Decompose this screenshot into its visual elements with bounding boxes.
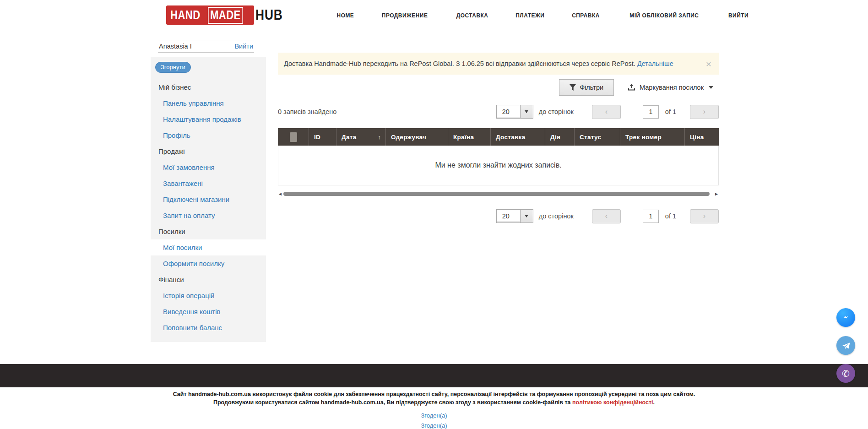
logo-red-box: HANDMADE [166,5,254,25]
notification-banner: Доставка Handmade-Hub переходить на RePo… [278,53,719,75]
agree-link-2[interactable]: Згоден(а) [0,422,868,429]
top-header: HANDMADE HUB HOME ПРОДВИЖЕНИЕ ДОСТАВКА П… [0,0,868,30]
sidebar-item-payment-request[interactable]: Запит на оплату [151,207,266,223]
page-size-select-bottom[interactable]: 20 [496,209,533,223]
main-nav: HOME ПРОДВИЖЕНИЕ ДОСТАВКА ПЛАТЕЖИ СПРАВК… [336,0,750,30]
col-date[interactable]: Дата↑ [336,128,385,146]
scroll-right-arrow-icon[interactable]: ► [714,191,719,196]
chevron-down-icon [525,215,528,217]
nav-delivery[interactable]: ДОСТАВКА [456,12,488,19]
prev-page-button[interactable]: ‹ [592,209,621,223]
nav-logout[interactable]: ВИЙТИ [728,12,749,19]
prev-page-button[interactable]: ‹ [592,105,621,119]
agree-link-1[interactable]: Згоден(а) [0,412,868,419]
page-size-caret-button[interactable] [521,105,533,118]
collapse-button[interactable]: Згорнути [155,62,191,73]
telegram-icon[interactable] [836,336,855,355]
sidebar-logout-link[interactable]: Вийти [234,43,253,50]
nav-my-account[interactable]: МІЙ ОБЛІКОВИЙ ЗАПИС [629,12,699,19]
page-number-input[interactable] [643,105,659,119]
logo-made: MADE [210,8,241,22]
marking-dropdown[interactable]: Маркування посилок [628,84,713,92]
table-header: ID Дата↑ Одержувач Країна Доставка Дія С… [278,128,719,146]
col-delivery[interactable]: Доставка [490,128,545,146]
sort-asc-icon[interactable]: ↑ [378,134,381,141]
footer-bar [0,364,868,387]
sidebar-item-uploaded[interactable]: Завантажені [151,175,266,191]
sidebar: Згорнути Мій бізнес Панель управління На… [151,57,266,342]
sidebar-item-sales-settings[interactable]: Налаштування продажів [151,111,266,127]
list-controls-top: 0 записів знайдено 20 до сторінок ‹ of 1… [278,103,719,120]
pagination-bottom: 20 до сторінок ‹ of 1 › [496,209,719,223]
sidebar-item-top-up-balance[interactable]: Поповнити баланс [151,320,266,336]
close-icon[interactable]: × [706,59,711,69]
privacy-policy-link[interactable]: політикою конфіденційності [572,399,653,406]
records-count: 0 записів знайдено [278,108,336,115]
banner-text: Доставка Handmade-Hub переходить на RePo… [284,60,635,67]
next-page-button[interactable]: › [690,209,719,223]
sidebar-item-my-parcels[interactable]: Мої посилки [151,239,266,255]
banner-details-link[interactable]: Детальніше [637,60,673,67]
page-size-select[interactable]: 20 [496,105,533,119]
filters-label: Фільтри [580,84,603,91]
sidebar-menu: Мій бізнес Панель управління Налаштуванн… [151,79,266,336]
page-size-value: 20 [497,210,521,223]
nav-payments[interactable]: ПЛАТЕЖИ [516,12,545,19]
sidebar-item-profile[interactable]: Профіль [151,127,266,143]
sidebar-item-connected-stores[interactable]: Підключені магазини [151,191,266,207]
col-track-number[interactable]: Трек номер [620,128,684,146]
list-controls-bottom: 20 до сторінок ‹ of 1 › [278,207,719,225]
nav-help[interactable]: СПРАВКА [572,12,600,19]
pagination-top: 20 до сторінок ‹ of 1 › [496,105,719,119]
main-content: Доставка Handmade-Hub переходить на RePo… [278,53,719,225]
filter-funnel-icon [570,84,576,91]
social-buttons: ✆ [836,308,855,383]
page-number-input[interactable] [643,210,659,223]
scroll-left-arrow-icon[interactable]: ◄ [278,191,282,196]
marking-label: Маркування посилок [640,84,704,91]
per-page-label: до сторінок [539,108,574,115]
sidebar-item-withdraw-funds[interactable]: Виведення коштів [151,304,266,320]
page-of-label: of 1 [665,108,676,115]
sidebar-section-finance: Фінанси [151,272,266,288]
cookie-line-1: Сайт handmade-hub.com.ua використовує фа… [0,390,868,398]
sidebar-item-create-parcel[interactable]: Оформити посилку [151,255,266,272]
scrollbar-thumb[interactable] [283,192,710,196]
sidebar-item-my-orders[interactable]: Мої замовлення [151,159,266,175]
chevron-down-icon [709,86,713,89]
viber-icon[interactable]: ✆ [836,364,855,383]
col-recipient[interactable]: Одержувач [385,128,448,146]
nav-home[interactable]: HOME [337,12,354,19]
toolbar: Фільтри Маркування посилок [278,79,719,96]
col-action[interactable]: Дія [545,128,574,146]
page-size-caret-button[interactable] [521,210,533,223]
select-all-checkbox[interactable] [290,132,297,142]
username: Anastasia I [159,43,192,50]
user-row: Anastasia I Вийти [158,40,254,53]
upload-tray-icon [628,84,635,92]
table-empty-state: Ми не змогли знайти жодних записів. [278,146,719,185]
filters-button[interactable]: Фільтри [559,79,614,96]
logo-hand: HAND [170,8,201,22]
sidebar-section-my-business: Мій бізнес [151,79,266,95]
logo[interactable]: HANDMADE HUB [166,5,288,25]
horizontal-scrollbar: ◄ ► [278,191,719,197]
page: HANDMADE HUB HOME ПРОДВИЖЕНИЕ ДОСТАВКА П… [0,0,868,429]
col-status[interactable]: Статус [574,128,620,146]
empty-message: Ми не змогли знайти жодних записів. [435,161,561,169]
logo-hub: HUB [255,7,283,23]
per-page-label: до сторінок [539,212,574,220]
page-of-label: of 1 [665,212,676,220]
sidebar-section-parcels: Посилки [151,223,266,239]
col-id[interactable]: ID [309,128,336,146]
col-price[interactable]: Ціна [684,128,719,146]
col-country[interactable]: Країна [448,128,490,146]
sidebar-item-dashboard[interactable]: Панель управління [151,95,266,111]
nav-promotion[interactable]: ПРОДВИЖЕНИЕ [382,12,428,19]
messenger-icon[interactable] [836,308,855,327]
sidebar-item-transaction-history[interactable]: Історія операцій [151,288,266,304]
next-page-button[interactable]: › [690,105,719,119]
chevron-down-icon [525,110,528,113]
sidebar-section-sales: Продажі [151,143,266,159]
footer-cookie-notice: Сайт handmade-hub.com.ua використовує фа… [0,390,868,429]
